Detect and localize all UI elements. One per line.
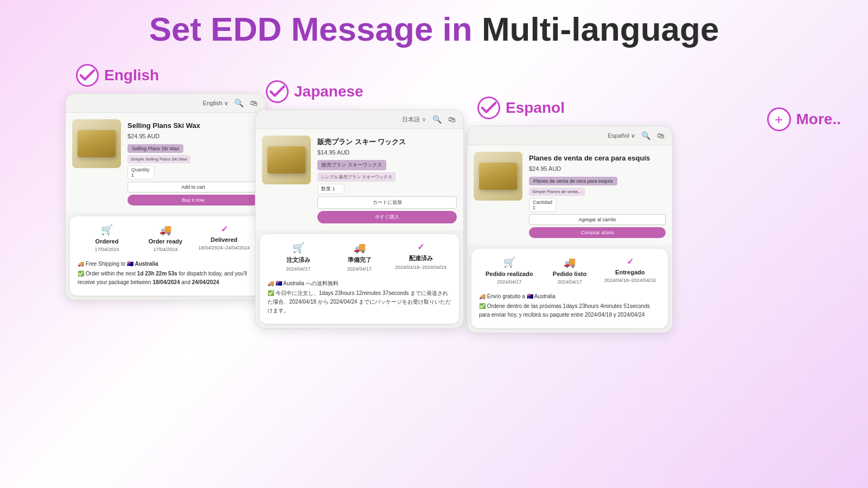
- step-label-delivered-en: Delivered: [210, 236, 238, 243]
- english-qty[interactable]: Quantity 1: [127, 165, 155, 179]
- japanese-lang-selector: 日本語 ∨: [402, 115, 426, 124]
- english-shipping-info: 🚚 Free Shipping to 🇦🇺 Australia ✅ Order …: [78, 260, 253, 287]
- step-label-ordered-en: Ordered: [95, 238, 119, 245]
- spanish-product-info: Planes de venta de cera para esquís $24.…: [529, 152, 666, 238]
- japanese-product-image: [262, 136, 311, 184]
- step-ordered-ja: 🛒 注文済み 2024/04/17: [267, 242, 329, 273]
- step-delivered-en: ✓ Delivered 18/04/2024–24/04/2024: [195, 224, 253, 253]
- variant-opt-es[interactable]: Simple Planes de venta...: [529, 188, 585, 196]
- header: Set EDD Message in Multi-language: [22, 11, 846, 48]
- spanish-qty[interactable]: Cantidad 1: [529, 198, 556, 212]
- step-label-ordered-es: Pedido realizado: [486, 271, 533, 277]
- shipping-dispatch-ja: ✅ 今日中に注文し、1days 23hours 12minutes 37seco…: [267, 289, 451, 315]
- cart-step-icon-en: 🛒: [101, 224, 113, 236]
- spanish-product-price: $24.95 AUD: [529, 165, 666, 172]
- wax-block-es: [479, 163, 517, 190]
- spanish-lang-label: Espanol: [506, 99, 565, 117]
- japanese-qty[interactable]: 数量 1: [317, 184, 344, 194]
- english-variant-row: Simple Selling Plans Ski Wax: [127, 155, 259, 163]
- cart-step-icon-es: 🛒: [503, 256, 515, 268]
- english-buy-now[interactable]: Buy it now: [127, 195, 259, 206]
- shipping-dispatch-es: ✅ Ordene dentro de las próximas 1days 23…: [479, 302, 660, 319]
- step-label-ready-es: Pedido listo: [553, 271, 586, 277]
- english-add-cart[interactable]: Add to cart: [127, 182, 259, 192]
- spanish-edd-panel: 🛒 Pedido realizado 2024/04/17 🚚 Pedido l…: [471, 249, 668, 328]
- step-ordered-en: 🛒 Ordered 17/04/2024: [78, 224, 136, 253]
- shipping-free-es: 🚚 Envío gratuito a 🇦🇺 Australia: [479, 292, 556, 301]
- japanese-product-name: 販売プラン スキー ワックス: [317, 138, 457, 147]
- step-ready-en: 🚚 Order ready 17/04/2024: [136, 224, 195, 253]
- english-topbar: English ∨ 🔍 🛍: [66, 94, 265, 113]
- english-product-price: $24.95 AUD: [127, 133, 259, 139]
- page-title: Set EDD Message in Multi-language: [22, 11, 846, 48]
- shipping-free-en: 🚚 Free Shipping to 🇦🇺 Australia: [78, 260, 158, 268]
- english-free-shipping: 🚚 Free Shipping to 🇦🇺 Australia: [78, 260, 253, 268]
- english-lang-label: English: [104, 67, 159, 84]
- english-product-info: Selling Plans Ski Wax $24.95 AUD Selling…: [127, 119, 259, 206]
- spanish-add-cart[interactable]: Agregar al carrito: [529, 214, 666, 225]
- japanese-check-icon: [266, 80, 289, 103]
- spanish-lang-selector: Español ∨: [608, 132, 635, 139]
- japanese-buy-now[interactable]: 今すぐ購入: [317, 211, 457, 223]
- check-step-icon-es: ✓: [627, 256, 634, 267]
- shipping-dispatch-en: ✅ Order within the next 1d 23h 22m 53s f…: [78, 269, 253, 287]
- japanese-add-cart[interactable]: カートに追加: [317, 196, 457, 209]
- more-text: More..: [796, 111, 841, 128]
- step-date-ready-es: 2024/04/17: [557, 279, 582, 286]
- page-wrapper: Set EDD Message in Multi-language Englis…: [0, 0, 868, 488]
- step-ordered-es: 🛒 Pedido realizado 2024/04/17: [479, 256, 539, 286]
- spanish-product-name: Planes de venta de cera para esquís: [529, 154, 666, 163]
- cart-icon-ja: 🛍: [447, 114, 457, 124]
- variant-opt-ja[interactable]: シンプル 販売プラン スキーワックス: [317, 172, 395, 182]
- search-icon-en: 🔍: [234, 98, 244, 108]
- shipping-free-ja: 🚚 🇦🇺 Australia への送料無料: [267, 279, 339, 288]
- english-section: English English ∨ 🔍 🛍 Selling Plans Ski …: [65, 64, 266, 300]
- spanish-buy-now[interactable]: Comprar ahora: [529, 227, 666, 238]
- japanese-steps: 🛒 注文済み 2024/04/17 🚚 準備完了 2024/04/17 ✓ 配達…: [267, 242, 451, 273]
- english-product-name: Selling Plans Ski Wax: [127, 121, 259, 131]
- cart-icon-es: 🛍: [656, 131, 666, 140]
- step-label-delivered-ja: 配達済み: [409, 254, 433, 262]
- wax-block-ja: [267, 146, 305, 174]
- cards-container: English English ∨ 🔍 🛍 Selling Plans Ski …: [22, 64, 857, 444]
- spanish-section: Espanol Español ∨ 🔍 🛍 Planes de venta de…: [467, 97, 673, 333]
- japanese-topbar: 日本語 ∨ 🔍 🛍: [256, 110, 463, 129]
- step-label-ready-en: Order ready: [149, 238, 182, 245]
- english-product-image: [72, 119, 121, 168]
- step-date-delivered-ja: 2024/04/18–2024/04/24: [395, 265, 446, 271]
- step-date-ordered-en: 17/04/2024: [94, 247, 119, 253]
- english-label: English: [65, 64, 266, 87]
- step-date-ready-en: 17/04/2024: [153, 247, 177, 253]
- spanish-variant-btn[interactable]: Planes de venta de cera para esquís: [529, 177, 617, 185]
- spanish-card: Español ∨ 🔍 🛍 Planes de venta de cera pa…: [467, 126, 673, 333]
- more-label: + More..: [767, 107, 841, 131]
- japanese-shipping-info: 🚚 🇦🇺 Australia への送料無料 ✅ 今日中に注文し、1days 23…: [267, 279, 451, 315]
- step-label-ordered-ja: 注文済み: [286, 256, 310, 264]
- english-check-icon: [76, 64, 99, 87]
- spanish-label: Espanol: [467, 97, 673, 119]
- step-label-delivered-es: Entregado: [615, 269, 644, 275]
- spanish-product-area: Planes de venta de cera para esquís $24.…: [467, 145, 672, 245]
- truck-step-icon-es: 🚚: [564, 256, 576, 268]
- wax-block-en: [78, 130, 116, 157]
- japanese-edd-panel: 🛒 注文済み 2024/04/17 🚚 準備完了 2024/04/17 ✓ 配達…: [260, 234, 459, 324]
- truck-step-icon-ja: 🚚: [354, 242, 366, 254]
- spanish-order-dispatch: ✅ Ordene dentro de las próximas 1days 23…: [479, 302, 660, 319]
- step-date-ordered-ja: 2024/04/17: [286, 266, 310, 273]
- japanese-label: Japanese: [255, 80, 464, 103]
- variant-opt1[interactable]: Simple Selling Plans Ski Wax: [127, 155, 190, 163]
- japanese-lang-label: Japanese: [294, 83, 363, 100]
- english-lang-selector: English ∨: [203, 100, 228, 107]
- japanese-order-dispatch: ✅ 今日中に注文し、1days 23hours 12minutes 37seco…: [267, 289, 451, 315]
- japanese-section: Japanese 日本語 ∨ 🔍 🛍 販売プラン スキー ワックス $14.95…: [255, 80, 464, 329]
- spanish-shipping-info: 🚚 Envío gratuito a 🇦🇺 Australia ✅ Ordene…: [479, 292, 660, 319]
- japanese-product-info: 販売プラン スキー ワックス $14.95 AUD 販売プラン スキーワックス …: [317, 136, 457, 223]
- step-date-ready-ja: 2024/04/17: [347, 266, 372, 273]
- check-step-icon-ja: ✓: [417, 242, 424, 252]
- title-dark: Multi-language: [482, 10, 719, 48]
- english-variant-btn[interactable]: Selling Plans Ski Wax: [127, 144, 183, 153]
- japanese-variant-btn[interactable]: 販売プラン スキーワックス: [317, 160, 386, 170]
- plus-circle-icon: +: [767, 107, 791, 131]
- step-ready-ja: 🚚 準備完了 2024/04/17: [329, 242, 390, 273]
- spanish-topbar: Español ∨ 🔍 🛍: [467, 126, 672, 145]
